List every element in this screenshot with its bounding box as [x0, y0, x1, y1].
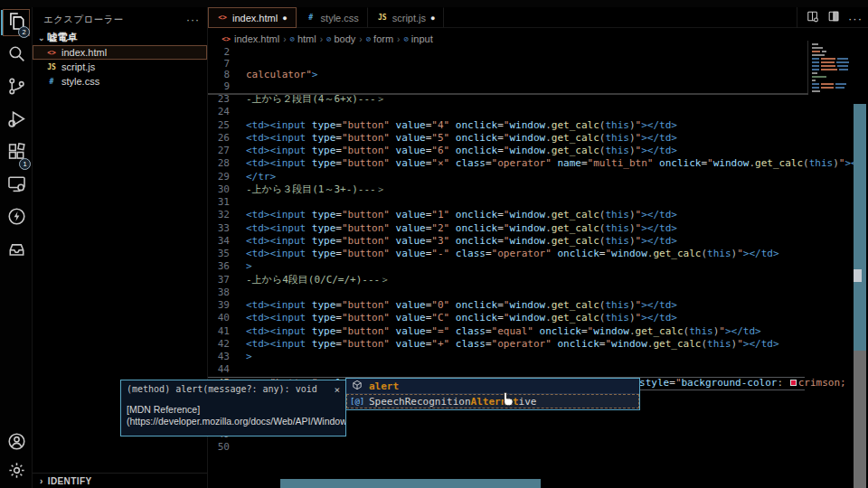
file-list: <>index.htmlJSscript.js#style.css [33, 45, 207, 89]
code-line-24[interactable]: 24 [208, 106, 854, 118]
breadcrumb-item-body[interactable]: ⊘body [326, 33, 355, 44]
line-content [230, 286, 246, 299]
close-icon[interactable]: × [334, 384, 340, 396]
mdn-url[interactable]: (https://developer.mozilla.org/docs/Web/… [127, 416, 340, 427]
code-line-38[interactable]: 38 [208, 286, 854, 299]
explorer-more-icon[interactable]: ··· [186, 14, 200, 26]
bottom-overlay-bar [280, 479, 541, 488]
activitybar-search[interactable] [3, 42, 30, 69]
mdn-reference-link[interactable]: [MDN Reference] [127, 404, 340, 415]
sidebar-section-identify[interactable]: › IDENTIFY [33, 473, 207, 488]
open-changes-icon[interactable] [807, 10, 819, 26]
symbol-method-icon [350, 380, 364, 392]
line-number: 41 [208, 325, 230, 338]
line-content: > [230, 351, 252, 363]
line-number: 28 [208, 157, 230, 170]
color-swatch [790, 380, 797, 386]
line-content: <td><input type="button" value="3" oncli… [230, 235, 677, 248]
file-item-script.js[interactable]: JSscript.js [33, 60, 207, 74]
line-number: 9 [208, 81, 230, 93]
line-content [230, 81, 246, 93]
code-line-44[interactable]: 44 [208, 363, 854, 376]
tab-style.css[interactable]: #style.css [297, 7, 368, 28]
code-line-32[interactable]: 32<td><input type="button" value="1" onc… [208, 209, 854, 221]
code-line-50[interactable]: 50 [208, 441, 854, 454]
activitybar-thunder-client[interactable] [3, 204, 30, 231]
code-line-33[interactable]: 33<td><input type="button" value="2" onc… [208, 222, 854, 235]
code-line-2[interactable]: 2 [208, 47, 808, 59]
activitybar-source-control[interactable] [3, 74, 30, 101]
code-line-23[interactable]: 23-上から２段目(4～6+x)---＞ [208, 93, 854, 106]
line-content: </tr> [230, 171, 276, 183]
file-item-style.css[interactable]: #style.css [33, 74, 207, 89]
line-content: <td><input type="button" value="6" oncli… [230, 145, 677, 157]
split-editor-icon[interactable] [827, 10, 840, 26]
breadcrumb-item-input[interactable]: ⊘input [403, 33, 432, 44]
symbol-tag-icon: ⊘ [403, 34, 408, 43]
symbol-tag-icon: ⊘ [366, 34, 371, 43]
breadcrumb-label: body [334, 33, 355, 44]
breadcrumb-label: form [373, 33, 393, 44]
suggest-doc-panel: (method) alert(message?: any): void × [M… [120, 380, 346, 436]
code-line-41[interactable]: 41<td><input type="button" value="=" cla… [208, 325, 854, 338]
line-number: 40 [208, 312, 230, 324]
tab-script.js[interactable]: JSscript.js● [368, 7, 445, 28]
code-line-35[interactable]: 35<td><input type="button" value="-" cla… [208, 248, 854, 260]
activitybar-account[interactable] [3, 429, 30, 456]
tab-index.html[interactable]: <>index.html● [208, 7, 297, 28]
code-line-40[interactable]: 40<td><input type="button" value="C" onc… [208, 312, 854, 324]
activitybar-settings[interactable] [3, 458, 30, 485]
overview-ruler-marker [854, 269, 862, 282]
code-line-26[interactable]: 26<td><input type="button" value="5" onc… [208, 132, 854, 145]
line-content: > [230, 260, 252, 273]
activitybar-explorer[interactable]: 2 [3, 9, 30, 36]
code-line-9[interactable]: 9 [208, 81, 808, 93]
dirty-indicator-icon[interactable]: ● [430, 14, 435, 23]
line-number: 26 [208, 132, 230, 145]
suggest-item-alert[interactable]: alert [346, 379, 639, 394]
activitybar-remote-explorer[interactable] [3, 172, 30, 199]
activitybar-run-debug[interactable] [3, 107, 30, 134]
code-line-37[interactable]: 37-上から4段目(0/C/=/+)---＞ [208, 274, 854, 286]
line-content: <td><input type="button" value="4" oncli… [230, 119, 677, 132]
folder-row[interactable]: ⌄ 嘘電卓 [33, 31, 207, 44]
tab-label: index.html [232, 13, 278, 23]
line-content [230, 441, 246, 454]
dirty-indicator-icon[interactable]: ● [282, 14, 287, 23]
code-line-25[interactable]: 25<td><input type="button" value="4" onc… [208, 119, 854, 132]
code-line-36[interactable]: 36> [208, 260, 854, 273]
scrollbar-track-lower[interactable] [854, 351, 866, 488]
code-line-27[interactable]: 27<td><input type="button" value="6" onc… [208, 145, 854, 157]
scrollbar-slider[interactable] [854, 104, 866, 351]
activitybar-extensions[interactable]: 1 [3, 140, 30, 167]
badge: 2 [18, 26, 30, 38]
breadcrumb-item-index.html[interactable]: <>index.html [221, 33, 279, 44]
activitybar-inbox[interactable] [3, 237, 30, 264]
breadcrumb-item-html[interactable]: ⊘html [289, 33, 316, 44]
suggest-item-SpeechRecognitionAlternative[interactable]: [@]SpeechRecognitionAlternative [346, 394, 639, 408]
tab-label: style.css [321, 13, 359, 23]
code-line-43[interactable]: 43> [208, 351, 854, 363]
code-line-8[interactable]: 8calculator"> [208, 70, 808, 81]
file-item-index.html[interactable]: <>index.html [33, 45, 207, 60]
line-number: 42 [208, 338, 230, 351]
code-line-34[interactable]: 34<td><input type="button" value="3" onc… [208, 235, 854, 248]
line-number: 34 [208, 235, 230, 248]
code-line-28[interactable]: 28<td><input type="button" value="×" cla… [208, 157, 854, 170]
line-number: 50 [208, 441, 230, 454]
code-line-29[interactable]: 29</tr> [208, 171, 854, 183]
code-line-39[interactable]: 39<td><input type="button" value="0" onc… [208, 299, 854, 312]
code-line-31[interactable]: 31 [208, 196, 854, 209]
symbol-tag-icon: ⊘ [326, 34, 331, 43]
line-number: 32 [208, 209, 230, 221]
code-line-42[interactable]: 42<td><input type="button" value="+" cla… [208, 338, 854, 351]
css-file-icon: # [306, 14, 316, 22]
breadcrumb-item-form[interactable]: ⊘form [366, 33, 393, 44]
scrollbar[interactable] [854, 0, 866, 488]
account-icon [7, 432, 26, 455]
title-bar [0, 0, 868, 7]
mouse-pointer-hand [500, 390, 516, 408]
code-line-30[interactable]: 30-上から３段目(1～3+-)---＞ [208, 183, 854, 196]
file-label: style.css [61, 76, 99, 87]
minimap[interactable] [807, 41, 851, 93]
